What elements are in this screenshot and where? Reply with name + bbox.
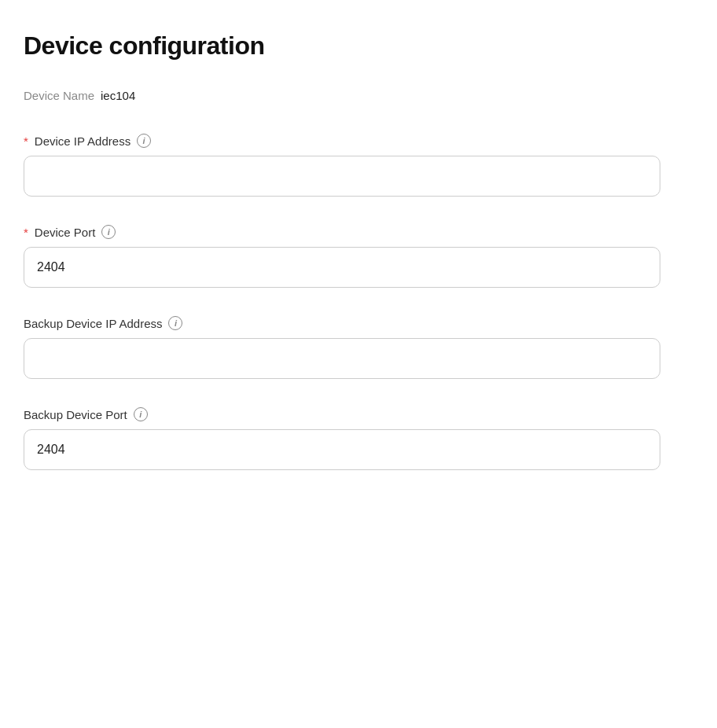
device-name-label: Device Name bbox=[24, 89, 94, 102]
device-ip-address-label: * Device IP Address i bbox=[24, 134, 693, 148]
backup-device-port-label-text: Backup Device Port bbox=[24, 408, 127, 421]
device-port-section: * Device Port i bbox=[24, 225, 693, 288]
device-ip-address-input[interactable] bbox=[24, 156, 660, 197]
backup-device-port-info-icon[interactable]: i bbox=[134, 407, 148, 421]
device-ip-address-info-icon[interactable]: i bbox=[137, 134, 151, 148]
device-name-row: Device Name iec104 bbox=[24, 89, 693, 102]
required-star-ip: * bbox=[24, 134, 28, 148]
device-ip-address-label-text: Device IP Address bbox=[35, 134, 131, 148]
device-name-value: iec104 bbox=[101, 89, 135, 102]
backup-device-port-section: Backup Device Port i bbox=[24, 407, 693, 470]
device-port-label-text: Device Port bbox=[35, 226, 96, 239]
backup-device-ip-address-section: Backup Device IP Address i bbox=[24, 316, 693, 379]
backup-device-ip-address-label: Backup Device IP Address i bbox=[24, 316, 693, 330]
backup-device-ip-address-input[interactable] bbox=[24, 338, 660, 379]
page-title: Device configuration bbox=[24, 31, 693, 61]
device-port-label: * Device Port i bbox=[24, 225, 693, 239]
device-ip-address-section: * Device IP Address i bbox=[24, 134, 693, 197]
device-port-input[interactable] bbox=[24, 247, 660, 288]
backup-device-port-input[interactable] bbox=[24, 429, 660, 470]
required-star-port: * bbox=[24, 226, 28, 239]
backup-device-port-label: Backup Device Port i bbox=[24, 407, 693, 421]
backup-device-ip-address-info-icon[interactable]: i bbox=[168, 316, 182, 330]
device-port-info-icon[interactable]: i bbox=[101, 225, 116, 239]
backup-device-ip-address-label-text: Backup Device IP Address bbox=[24, 317, 162, 330]
